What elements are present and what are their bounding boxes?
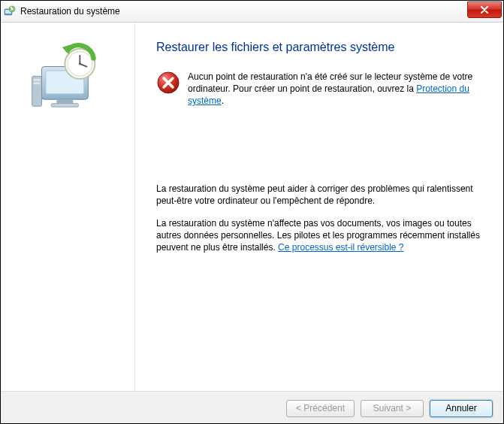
svg-marker-16 [62, 44, 71, 54]
svg-rect-7 [51, 104, 78, 108]
error-text-suffix: . [222, 95, 224, 106]
svg-point-15 [79, 63, 81, 65]
sidebar [1, 23, 135, 391]
page-title: Restaurer les fichiers et paramètres sys… [156, 41, 482, 54]
content-area: Restaurer les fichiers et paramètres sys… [1, 23, 503, 391]
svg-rect-9 [34, 79, 41, 81]
back-button: < Précédent [286, 400, 355, 417]
description-2: La restauration du système n'affecte pas… [156, 217, 482, 254]
close-icon [480, 6, 489, 14]
app-icon [4, 5, 16, 17]
footer: < Précédent Suivant > Annuler [1, 391, 503, 424]
titlebar: Restauration du système [1, 1, 503, 23]
cancel-button[interactable]: Annuler [430, 400, 493, 417]
error-icon [156, 71, 180, 95]
error-message: Aucun point de restauration n'a été créé… [156, 71, 482, 108]
reversible-link[interactable]: Ce processus est-il réversible ? [278, 242, 403, 253]
svg-rect-10 [34, 82, 41, 84]
next-button: Suivant > [361, 400, 424, 417]
window-title: Restauration du système [20, 6, 120, 17]
main-panel: Restaurer les fichiers et paramètres sys… [135, 23, 503, 391]
svg-rect-6 [56, 99, 73, 103]
close-button[interactable] [467, 2, 502, 18]
description-1: La restauration du système peut aider à … [156, 183, 482, 207]
system-restore-icon [26, 41, 109, 116]
error-text: Aucun point de restauration n'a été créé… [188, 71, 482, 108]
